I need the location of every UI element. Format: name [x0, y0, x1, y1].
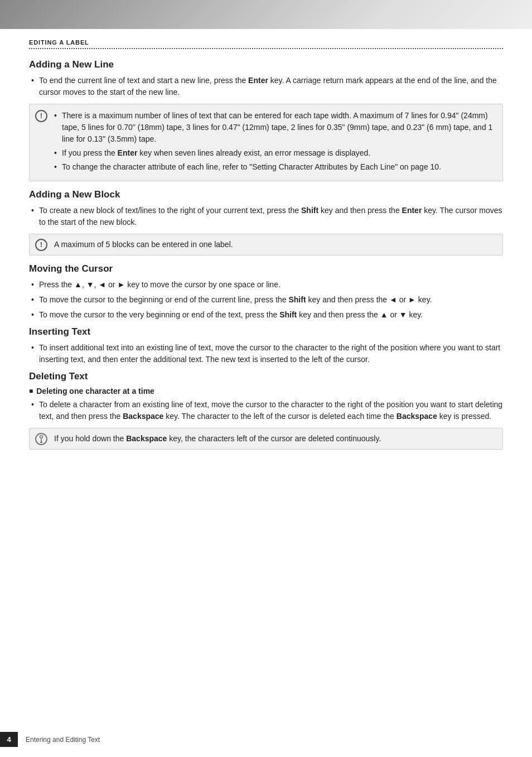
- page-number: 4: [0, 732, 18, 747]
- bullet-list-deleting-one-char: To delete a character from an existing l…: [29, 399, 503, 422]
- list-item: There is a maximum number of lines of te…: [54, 110, 495, 145]
- section-title-inserting-text: Inserting Text: [29, 326, 503, 337]
- section-deleting-text: Deleting Text Deleting one character at …: [29, 371, 503, 450]
- bullet-list-adding-new-block: To create a new block of text/lines to t…: [29, 205, 503, 228]
- bullet-list-adding-new-line: To end the current line of text and star…: [29, 75, 503, 98]
- note-box-adding-new-line: ! There is a maximum number of lines of …: [29, 104, 503, 181]
- note-list: There is a maximum number of lines of te…: [54, 110, 495, 173]
- section-label: EDITING A LABEL: [29, 39, 503, 46]
- note-box-adding-new-block: ! A maximum of 5 blocks can be entered i…: [29, 234, 503, 255]
- page-header: [0, 0, 532, 29]
- section-moving-cursor: Moving the Cursor Press the ▲, ▼, ◄ or ►…: [29, 263, 503, 321]
- section-title-moving-cursor: Moving the Cursor: [29, 263, 503, 274]
- list-item: To insert additional text into an existi…: [29, 342, 503, 365]
- bullet-list-inserting-text: To insert additional text into an existi…: [29, 342, 503, 365]
- section-adding-new-block: Adding a New Block To create a new block…: [29, 189, 503, 255]
- list-item: To create a new block of text/lines to t…: [29, 205, 503, 228]
- list-item: To change the character attribute of eac…: [54, 161, 495, 173]
- important-icon: !: [35, 110, 47, 122]
- bullet-list-moving-cursor: Press the ▲, ▼, ◄ or ► key to move the c…: [29, 279, 503, 321]
- dot-rule: [29, 48, 503, 49]
- section-title-adding-new-line: Adding a New Line: [29, 59, 503, 70]
- tip-box-backspace: If you hold down the Backspace key, the …: [29, 428, 503, 450]
- section-adding-new-line: Adding a New Line To end the current lin…: [29, 59, 503, 181]
- list-item: To delete a character from an existing l…: [29, 399, 503, 422]
- tip-icon: [35, 433, 47, 445]
- important-icon: !: [35, 239, 47, 251]
- list-item: To move the cursor to the beginning or e…: [29, 294, 503, 306]
- sub-heading-deleting-one-char: Deleting one character at a time: [29, 387, 503, 396]
- section-title-deleting-text: Deleting Text: [29, 371, 503, 382]
- page-footer: 4 Entering and Editing Text: [0, 732, 532, 747]
- list-item: To end the current line of text and star…: [29, 75, 503, 98]
- page-content: EDITING A LABEL Adding a New Line To end…: [0, 29, 532, 502]
- list-item: If you press the Enter key when seven li…: [54, 147, 495, 159]
- footer-label: Entering and Editing Text: [18, 732, 108, 747]
- note-text: A maximum of 5 blocks can be entered in …: [54, 240, 233, 249]
- tip-text: If you hold down the Backspace key, the …: [54, 434, 381, 443]
- svg-point-0: [40, 436, 43, 438]
- list-item: Press the ▲, ▼, ◄ or ► key to move the c…: [29, 279, 503, 291]
- section-title-adding-new-block: Adding a New Block: [29, 189, 503, 200]
- section-inserting-text: Inserting Text To insert additional text…: [29, 326, 503, 365]
- list-item: To move the cursor to the very beginning…: [29, 309, 503, 321]
